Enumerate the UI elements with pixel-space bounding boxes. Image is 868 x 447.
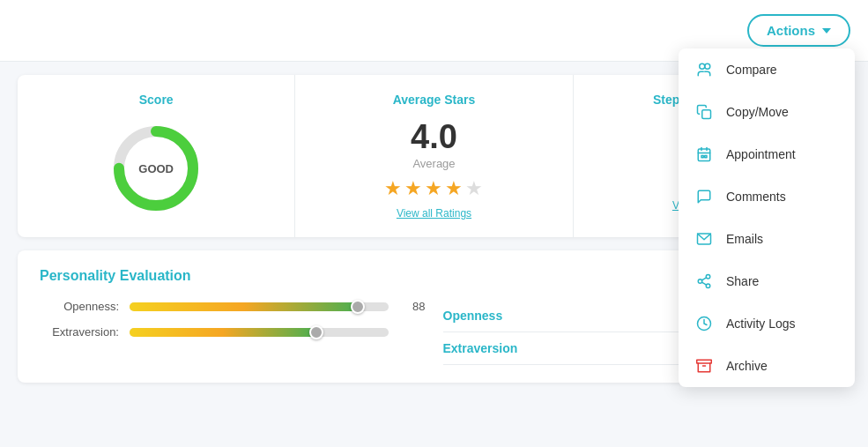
dropdown-appointment-label: Appointment	[726, 147, 796, 161]
star-4: ★	[445, 177, 463, 200]
dropdown-appointment[interactable]: Appointment	[679, 133, 855, 175]
email-icon	[694, 229, 714, 249]
svg-line-17	[701, 278, 706, 280]
dropdown-compare-label: Compare	[726, 63, 777, 77]
stars-row: ★ ★ ★ ★ ★	[317, 177, 550, 200]
star-5: ★	[465, 177, 483, 200]
compare-icon	[694, 60, 714, 79]
dropdown-share[interactable]: Share	[679, 260, 855, 302]
score-label: GOOD	[138, 162, 174, 175]
avg-stars-value: 4.0	[317, 120, 550, 153]
share-icon	[694, 272, 714, 291]
dropdown-emails-label: Emails	[726, 232, 763, 246]
dropdown-comments-label: Comments	[726, 190, 786, 204]
copy-icon	[694, 102, 714, 122]
avg-stars-title: Average Stars	[317, 93, 550, 107]
dropdown-archive[interactable]: Archive	[679, 345, 855, 387]
star-3: ★	[425, 177, 442, 200]
dropdown-compare[interactable]: Compare	[679, 48, 855, 91]
trait-openness: Openness: 88	[40, 300, 426, 313]
star-1: ★	[384, 177, 402, 200]
svg-rect-11	[705, 156, 707, 158]
score-card: Score GOOD	[18, 75, 295, 237]
svg-point-4	[705, 63, 710, 69]
trait-openness-bg	[130, 302, 389, 311]
trait-extraversion-bg	[130, 328, 389, 337]
dropdown-emails[interactable]: Emails	[679, 218, 855, 260]
dropdown-copymove[interactable]: Copy/Move	[679, 91, 855, 133]
trait-openness-bar	[130, 302, 389, 311]
trait-extraversion-fill	[130, 328, 315, 337]
dropdown-activity-logs-label: Activity Logs	[726, 317, 796, 331]
dropdown-copymove-label: Copy/Move	[726, 105, 789, 119]
dropdown-archive-label: Archive	[726, 359, 768, 373]
accordion-extraversion-label: Extraversion	[443, 341, 518, 355]
view-ratings-link[interactable]: View all Ratings	[317, 207, 550, 220]
dropdown-comments[interactable]: Comments	[679, 175, 855, 218]
score-title: Score	[40, 93, 272, 107]
trait-openness-value: 88	[399, 300, 426, 313]
trait-extraversion-handle	[309, 325, 323, 339]
svg-rect-5	[702, 110, 711, 119]
star-2: ★	[404, 177, 422, 200]
trait-extraversion: Extraversion:	[40, 325, 426, 339]
clock-icon	[694, 314, 714, 333]
trait-openness-handle	[351, 300, 365, 314]
dropdown-share-label: Share	[726, 274, 759, 288]
archive-icon	[694, 356, 714, 376]
trait-extraversion-bar	[130, 328, 389, 337]
svg-rect-6	[698, 149, 710, 161]
svg-rect-19	[697, 360, 712, 363]
avg-stars-card: Average Stars 4.0 Average ★ ★ ★ ★ ★ View…	[295, 75, 573, 237]
trait-extraversion-label: Extraversion:	[40, 325, 119, 339]
actions-label: Actions	[767, 23, 815, 38]
score-donut: GOOD	[108, 120, 204, 217]
calendar-icon	[694, 145, 714, 164]
svg-rect-10	[701, 156, 703, 158]
svg-point-3	[700, 63, 705, 69]
accordion-openness-label: Openness	[443, 309, 503, 323]
actions-chevron-icon	[822, 28, 831, 34]
score-donut-wrapper: GOOD	[40, 120, 272, 217]
trait-openness-label: Openness:	[40, 300, 119, 313]
comment-icon	[694, 187, 714, 206]
trait-openness-fill	[130, 302, 357, 311]
personality-traits: Openness: 88 Extraversion:	[40, 300, 426, 365]
actions-button[interactable]: Actions	[747, 14, 850, 47]
actions-dropdown: Compare Copy/Move Appointment Comments	[679, 48, 855, 387]
dropdown-activity-logs[interactable]: Activity Logs	[679, 302, 855, 345]
svg-line-16	[701, 282, 706, 285]
avg-stars-label: Average	[317, 157, 550, 170]
